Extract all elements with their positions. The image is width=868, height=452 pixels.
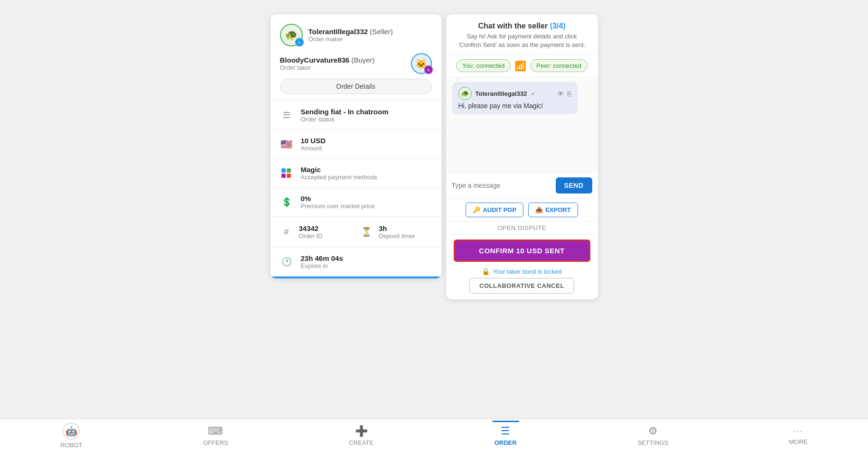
buyer-avatar-wrap: 🐱 «	[411, 53, 432, 74]
seller-name: TolerantIllegal332 (Seller)	[308, 28, 393, 36]
export-button[interactable]: 📤 EXPORT	[528, 203, 578, 217]
seller-badge-icon: »	[295, 38, 304, 46]
msg-actions: 👁 ⎘	[557, 90, 571, 98]
msg-check-icon: ✓	[531, 90, 536, 97]
divider	[355, 223, 356, 240]
create-icon: ➕	[355, 425, 368, 437]
nav-robot[interactable]: 🤖 ROBOT	[49, 419, 93, 452]
amount-sub: Amount	[301, 145, 326, 152]
seller-row: 🐢 » TolerantIllegal332 (Seller) Order ma…	[280, 24, 432, 46]
chat-card: Chat with the seller (3/4) Say hi! Ask f…	[446, 14, 598, 299]
orderid-sub: Order ID	[299, 232, 323, 240]
clock-icon: 🕐	[280, 255, 293, 268]
expires-row: 🕐 23h 46m 04s Expires in	[271, 248, 441, 277]
chat-title: Chat with the seller (3/4)	[456, 22, 588, 30]
nav-robot-label: ROBOT	[60, 442, 82, 449]
robot-icon: 🤖	[63, 423, 80, 440]
nav-order[interactable]: ☰ ORDER	[483, 421, 528, 450]
collaborative-cancel-button[interactable]: COLLABORATIVE CANCEL	[469, 278, 574, 294]
magic-squares-icon	[281, 168, 292, 178]
orderid-main: 34342	[299, 224, 323, 232]
key-icon: 🔑	[473, 206, 480, 213]
bottom-nav: 🤖 ROBOT ⌨ OFFERS ➕ CREATE ☰ ORDER ⚙ SETT…	[0, 419, 868, 452]
payment-sub: Accepted payment methods	[301, 174, 377, 181]
expires-text: 23h 46m 04s Expires in	[301, 254, 343, 269]
buyer-role: Order taker	[280, 64, 375, 71]
buyer-info: BloodyCurvature836 (Buyer) Order taker	[280, 56, 375, 71]
offers-icon: ⌨	[208, 425, 223, 437]
more-icon: ···	[793, 426, 803, 436]
premium-text: 0% Premium over market price	[301, 194, 375, 210]
amount-text: 10 USD Amount	[301, 137, 326, 152]
payment-text: Magic Accepted payment methods	[301, 166, 377, 181]
chat-subtitle: Say hi! Ask for payment details and clic…	[456, 32, 588, 49]
order-card: 🐢 » TolerantIllegal332 (Seller) Order ma…	[271, 14, 441, 278]
confirm-btn-wrap: CONFIRM 10 USD SENT	[446, 234, 598, 265]
buyer-name: BloodyCurvature836 (Buyer)	[280, 56, 375, 64]
progress-bar	[271, 277, 441, 278]
payment-main: Magic	[301, 166, 377, 174]
status-main: Sending fiat - In chatroom	[301, 108, 389, 116]
chat-bubble: 🐢 TolerantIllegal332 ✓ 👁 ⎘ Hi, please pa…	[452, 82, 578, 114]
chat-input[interactable]	[452, 182, 552, 189]
payment-row: Magic Accepted payment methods	[271, 159, 441, 188]
export-icon: 📤	[535, 206, 543, 213]
nav-order-label: ORDER	[495, 439, 517, 446]
buyer-badge-icon: «	[424, 65, 433, 74]
nav-create[interactable]: ➕ CREATE	[337, 421, 385, 450]
confirm-sent-button[interactable]: CONFIRM 10 USD SENT	[454, 240, 590, 262]
timer-icon: ⏳	[360, 225, 373, 239]
order-card-header: 🐢 » TolerantIllegal332 (Seller) Order ma…	[271, 14, 441, 101]
timer-text: 3h Deposit timer	[379, 224, 415, 240]
timer-main: 3h	[379, 224, 415, 232]
bond-locked-text: Your taker bond is locked	[493, 268, 562, 275]
nav-more[interactable]: ··· MORE	[778, 423, 819, 449]
msg-avatar: 🐢	[458, 87, 472, 100]
msg-text: Hi, please pay me via Magic!	[458, 102, 571, 110]
copy-icon[interactable]: ⎘	[567, 90, 571, 98]
nav-more-label: MORE	[789, 438, 808, 445]
premium-sub: Premium over market price	[301, 203, 375, 210]
premium-icon: 💲	[280, 195, 293, 209]
status-text: Sending fiat - In chatroom Order status	[301, 108, 389, 123]
expires-main: 23h 46m 04s	[301, 254, 343, 262]
order-icon: ☰	[501, 425, 510, 437]
order-details-button[interactable]: Order Details	[280, 79, 432, 94]
nav-settings-label: SETTINGS	[637, 439, 668, 446]
orderid-timer-row: # 34342 Order ID ⏳ 3h Deposit timer	[271, 217, 441, 248]
chat-input-row: SEND	[446, 172, 598, 198]
chat-messages: 🐢 TolerantIllegal332 ✓ 👁 ⎘ Hi, please pa…	[446, 77, 598, 172]
timer-sub: Deposit timer	[379, 232, 415, 240]
buyer-row: BloodyCurvature836 (Buyer) Order taker 🐱…	[280, 53, 432, 74]
msg-header: 🐢 TolerantIllegal332 ✓ 👁 ⎘	[458, 87, 571, 100]
amount-row: 🇺🇸 10 USD Amount	[271, 130, 441, 159]
open-dispute-button[interactable]: OPEN DISPUTE	[446, 221, 598, 234]
nav-settings[interactable]: ⚙ SETTINGS	[626, 421, 680, 450]
settings-icon: ⚙	[648, 425, 658, 437]
progress-bar-wrap	[271, 277, 441, 278]
nav-offers-label: OFFERS	[203, 439, 228, 446]
status-icon: ☰	[280, 109, 293, 122]
chat-step: (3/4)	[550, 22, 566, 30]
audit-pgp-button[interactable]: 🔑 AUDIT PGP	[466, 203, 523, 217]
orderid-col: # 34342 Order ID	[280, 224, 352, 240]
status-row: ☰ Sending fiat - In chatroom Order statu…	[271, 101, 441, 130]
seller-avatar-wrap: 🐢 »	[280, 24, 303, 46]
lock-icon: 🔒	[482, 268, 490, 275]
hash-icon: #	[280, 225, 293, 239]
order-info-rows: ☰ Sending fiat - In chatroom Order statu…	[271, 101, 441, 277]
chat-action-row: 🔑 AUDIT PGP 📤 EXPORT	[446, 198, 598, 221]
seller-info: TolerantIllegal332 (Seller) Order maker	[308, 28, 393, 43]
nav-create-label: CREATE	[349, 439, 373, 446]
peer-connected-badge: Peer: connected	[530, 59, 588, 72]
premium-row: 💲 0% Premium over market price	[271, 188, 441, 217]
send-button[interactable]: SEND	[556, 177, 592, 194]
amount-main: 10 USD	[301, 137, 326, 145]
expires-sub: Expires in	[301, 262, 343, 269]
bond-locked-row: 🔒 Your taker bond is locked	[446, 265, 598, 278]
nav-offers[interactable]: ⌨ OFFERS	[192, 421, 240, 450]
you-connected-badge: You: connected	[456, 59, 511, 72]
status-sub: Order status	[301, 116, 389, 123]
eye-icon[interactable]: 👁	[557, 90, 564, 98]
msg-sender: TolerantIllegal332	[476, 90, 527, 97]
